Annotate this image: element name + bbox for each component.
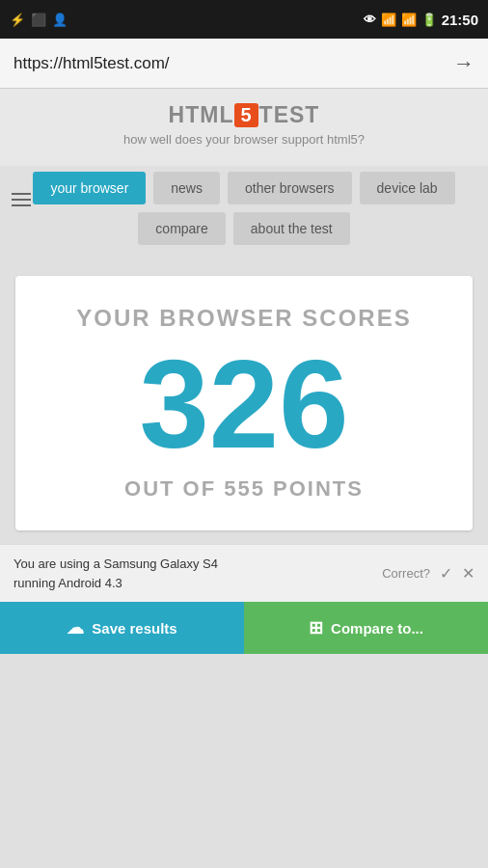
wifi-icon: 📶 (381, 13, 396, 27)
nav-compare[interactable]: compare (138, 212, 225, 245)
score-section: YOUR BROWSER SCORES 326 OUT OF 555 POINT… (0, 257, 488, 544)
nav-your-browser[interactable]: your browser (33, 172, 146, 204)
score-number: 326 (35, 341, 453, 467)
site-header: HTML 5 TEST how well does your browser s… (0, 89, 488, 166)
logo-5-badge: 5 (234, 103, 258, 127)
nav-other-browsers[interactable]: other browsers (228, 172, 352, 204)
logo-test-text: TEST (259, 102, 320, 128)
save-label: Save results (92, 620, 176, 637)
logo-html-text: HTML (169, 102, 234, 128)
signal-icon: 📶 (401, 13, 417, 27)
time-display: 21:50 (442, 12, 478, 28)
status-icons-left: ⚡ ⬛ 👤 (10, 13, 68, 27)
device-banner: You are using a Samsung Galaxy S4running… (0, 544, 488, 602)
correct-x-icon[interactable]: ✕ (462, 564, 474, 583)
action-bar: ☁ Save results ⊞ Compare to... (0, 602, 488, 654)
correct-check-icon[interactable]: ✓ (440, 564, 452, 583)
score-top-label: YOUR BROWSER SCORES (35, 305, 453, 332)
device-message: You are using a Samsung Galaxy S4running… (14, 555, 382, 592)
menu-icon[interactable] (12, 193, 31, 206)
score-card: YOUR BROWSER SCORES 326 OUT OF 555 POINT… (15, 276, 473, 530)
address-bar: https://html5test.com/ → (0, 39, 488, 89)
sd-icon: ⬛ (31, 13, 46, 27)
nav-about-test[interactable]: about the test (233, 212, 350, 245)
browser-content: HTML 5 TEST how well does your browser s… (0, 89, 488, 868)
device-actions: Correct? ✓ ✕ (382, 564, 474, 583)
url-display[interactable]: https://html5test.com/ (14, 54, 453, 73)
site-logo: HTML 5 TEST (0, 102, 488, 128)
status-icons-right: 👁 📶 📶 🔋 21:50 (364, 12, 478, 28)
status-bar: ⚡ ⬛ 👤 👁 📶 📶 🔋 21:50 (0, 0, 488, 39)
compare-button[interactable]: ⊞ Compare to... (244, 602, 488, 654)
usb-icon: ⚡ (10, 13, 25, 27)
compare-label: Compare to... (331, 620, 423, 637)
nav-buttons: your browser news other browsers device … (0, 166, 488, 257)
navigate-forward-icon[interactable]: → (453, 51, 474, 76)
user-icon: 👤 (52, 13, 68, 27)
site-subtitle: how well does your browser support html5… (0, 132, 488, 147)
compare-icon: ⊞ (309, 617, 323, 638)
save-results-button[interactable]: ☁ Save results (0, 602, 244, 654)
nav-device-lab[interactable]: device lab (360, 172, 455, 204)
score-bottom-label: OUT OF 555 POINTS (35, 476, 453, 502)
correct-label: Correct? (382, 566, 430, 581)
battery-icon: 🔋 (421, 13, 437, 27)
nav-news[interactable]: news (153, 172, 220, 204)
eye-icon: 👁 (364, 13, 376, 27)
save-icon: ☁ (67, 617, 84, 638)
